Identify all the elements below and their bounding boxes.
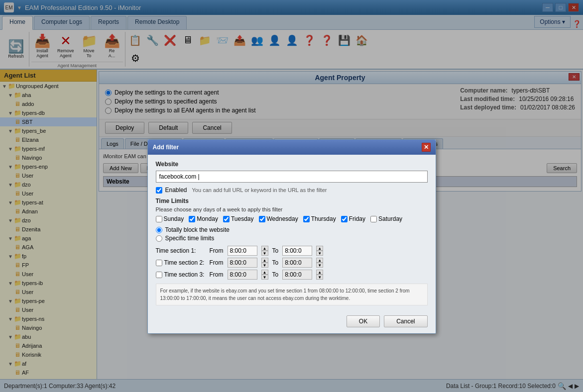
time-arrows-3-to: ▲ ▼ — [316, 270, 323, 280]
arrow-up-1-from[interactable]: ▲ — [261, 246, 268, 251]
arrow-up-2-from[interactable]: ▲ — [261, 258, 268, 263]
modal-title: Add filter — [153, 144, 179, 151]
totally-block-option[interactable]: Totally block the website — [156, 226, 428, 233]
time-arrows-1-to: ▲ ▼ — [316, 246, 323, 256]
arrow-down-2-to[interactable]: ▼ — [316, 263, 323, 268]
arrow-down-3-from[interactable]: ▼ — [261, 275, 268, 280]
day-friday[interactable]: Friday — [341, 215, 365, 222]
enabled-row: Enabled You can add full URL or keyword … — [156, 187, 428, 194]
time-arrows-3-from: ▲ ▼ — [261, 270, 268, 280]
day-tuesday[interactable]: Tuesday — [223, 215, 254, 222]
enabled-checkbox[interactable] — [156, 187, 162, 194]
arrow-up-1-to[interactable]: ▲ — [316, 246, 323, 251]
to-label-1: To — [272, 247, 279, 254]
modal-header: Add filter ✕ — [148, 140, 436, 155]
day-saturday[interactable]: Saturday — [370, 215, 402, 222]
arrow-down-3-to[interactable]: ▼ — [316, 275, 323, 280]
days-desc: Please choose any days of a week to appl… — [156, 206, 428, 212]
from-label-1: From — [210, 247, 224, 254]
time-section-3-checkbox[interactable] — [156, 272, 162, 278]
website-input-label: Website — [156, 161, 428, 168]
modal-footer: OK Cancel — [148, 311, 436, 333]
days-row: Sunday Monday Tuesday Wednesday Thursday — [156, 215, 428, 222]
hint-text: You can add full URL or keyword in the U… — [192, 187, 327, 193]
time-section-2-from[interactable] — [228, 258, 257, 268]
time-section-2-label: Time section 2: — [164, 259, 205, 266]
arrow-up-3-from[interactable]: ▲ — [261, 270, 268, 275]
totally-block-label: Totally block the website — [165, 226, 230, 233]
day-monday[interactable]: Monday — [189, 215, 218, 222]
enabled-label: Enabled — [165, 187, 187, 194]
specific-time-label: Specific time limits — [165, 235, 215, 242]
time-section-1: Time section 1: From ▲ ▼ To ▲ ▼ — [156, 246, 428, 256]
time-section-3-to[interactable] — [282, 270, 312, 280]
day-wednesday[interactable]: Wednesday — [259, 215, 298, 222]
specific-time-option[interactable]: Specific time limits — [156, 235, 428, 242]
time-arrows-1-from: ▲ ▼ — [261, 246, 268, 256]
from-label-2: From — [210, 259, 224, 266]
website-input[interactable] — [156, 171, 428, 183]
day-thursday[interactable]: Thursday — [303, 215, 336, 222]
modal-close-button[interactable]: ✕ — [422, 143, 431, 152]
modal-overlay: Add filter ✕ Website Enabled You can add… — [0, 0, 583, 392]
arrow-up-2-to[interactable]: ▲ — [316, 258, 323, 263]
ok-button[interactable]: OK — [347, 315, 380, 327]
arrow-down-1-from[interactable]: ▼ — [261, 251, 268, 256]
modal-body: Website Enabled You can add full URL or … — [148, 155, 436, 311]
cancel-modal-button[interactable]: Cancel — [384, 315, 427, 327]
arrow-up-3-to[interactable]: ▲ — [316, 270, 323, 275]
time-arrows-2-to: ▲ ▼ — [316, 258, 323, 268]
to-label-3: To — [272, 271, 279, 278]
time-section-1-label: Time section 1: — [156, 247, 206, 254]
add-filter-modal: Add filter ✕ Website Enabled You can add… — [147, 139, 436, 334]
time-section-1-from[interactable] — [228, 246, 257, 256]
arrow-down-2-from[interactable]: ▼ — [261, 263, 268, 268]
day-sunday[interactable]: Sunday — [156, 215, 184, 222]
block-options: Totally block the website Specific time … — [156, 226, 428, 242]
time-section-3: Time section 3: From ▲ ▼ To ▲ ▼ — [156, 270, 428, 280]
time-section-3-from[interactable] — [228, 270, 257, 280]
to-label-2: To — [272, 259, 279, 266]
time-section-2-to[interactable] — [282, 258, 312, 268]
time-section-2-checkbox[interactable] — [156, 260, 162, 266]
time-limits-label: Time Limits — [156, 197, 428, 204]
from-label-3: From — [210, 271, 224, 278]
time-section-2: Time section 2: From ▲ ▼ To ▲ ▼ — [156, 258, 428, 268]
time-sections: Time section 1: From ▲ ▼ To ▲ ▼ — [156, 246, 428, 280]
arrow-down-1-to[interactable]: ▼ — [316, 251, 323, 256]
time-section-1-to[interactable] — [282, 246, 312, 256]
time-arrows-2-from: ▲ ▼ — [261, 258, 268, 268]
example-text: For example, if the website is ebay.com … — [156, 284, 428, 305]
time-section-3-label: Time section 3: — [164, 271, 205, 278]
